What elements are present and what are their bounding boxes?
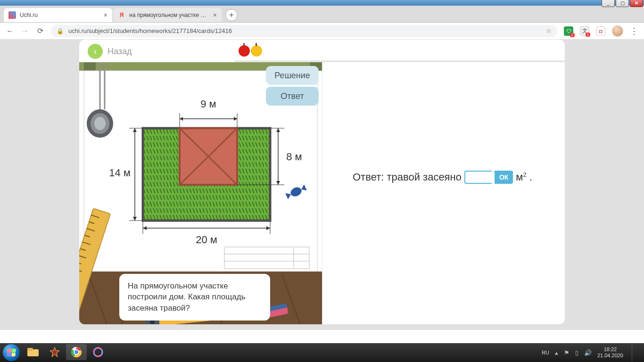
show-desktop-button[interactable] [632,344,636,362]
red-apple-icon [239,45,250,57]
yandex-favicon-icon: Я [118,11,125,19]
tab-solution[interactable]: Решение [266,66,319,85]
ok-button[interactable]: ОК [495,171,513,184]
start-button[interactable] [3,344,20,361]
problem-text: На прямоугольном участке построили дом. … [119,274,270,321]
app-back-label: Назад [107,47,132,57]
svg-text:20 м: 20 м [196,234,217,246]
tab-close-icon[interactable]: × [213,11,217,19]
answer-unit: м2 [516,171,526,183]
tab-answer[interactable]: Ответ [266,87,319,106]
translate-extension-icon[interactable]: 文2 [580,26,589,36]
app-taskbar-icon[interactable] [44,344,65,360]
svg-text:9 м: 9 м [200,98,216,110]
svg-rect-73 [27,348,33,351]
mcafee-extension-icon[interactable]: ◘ [596,26,605,36]
browser-tab-inactive[interactable]: Я на прямоугольном участке постро × [113,8,222,22]
explorer-taskbar-icon[interactable] [23,344,43,360]
reload-icon[interactable]: ⟳ [36,26,44,35]
app-back-button[interactable]: ‹ [88,44,103,59]
panel-divider [322,62,322,324]
svg-point-7 [94,117,106,130]
adguard-extension-icon[interactable]: 🛡2 [564,26,573,36]
taskbar-clock[interactable]: 18:22 21.04.2020 [597,346,623,359]
network-icon[interactable]: ▯ [575,349,578,356]
tab-close-icon[interactable]: × [104,11,107,19]
page-content: ‹ Назад Решение Ответ [0,40,644,330]
lock-icon: 🔒 [57,28,64,34]
star-icon [50,347,60,357]
window-titlebar: _ ▢ ✕ [0,0,644,6]
app2-taskbar-icon[interactable] [88,344,108,360]
maximize-button[interactable]: ▢ [616,0,629,7]
address-bar[interactable]: 🔒 uchi.ru/subject/1/students/homeworks/2… [51,25,557,37]
svg-marker-74 [50,347,59,357]
minimize-button[interactable]: _ [602,0,615,7]
svg-text:8 м: 8 м [286,151,302,163]
tab-title: Uchi.ru [20,12,100,18]
svg-text:14 м: 14 м [109,167,131,179]
panel-tabs: Решение Ответ [266,66,319,106]
chrome-icon [71,346,82,358]
profile-avatar[interactable] [612,25,623,37]
answer-input[interactable] [464,171,492,184]
svg-rect-1 [84,62,96,71]
chrome-taskbar-icon[interactable] [66,344,87,360]
volume-icon[interactable]: 🔊 [584,349,592,356]
answer-suffix: . [529,171,532,183]
back-icon[interactable]: ← [6,27,14,35]
folder-icon [27,347,39,357]
exercise-card: ‹ Назад Решение Ответ [79,40,565,324]
action-center-icon[interactable]: ⚑ [564,349,570,356]
new-tab-button[interactable]: + [225,9,238,21]
card-header: ‹ Назад [79,40,565,63]
close-button[interactable]: ✕ [630,0,643,7]
progress-apples [239,45,262,57]
tab-title: на прямоугольном участке постро [129,12,209,18]
answer-sentence: Ответ: травой засеяно ОК м2. [353,171,532,184]
browser-tab-active[interactable]: Uchi.ru × [4,8,112,22]
browser-tab-strip: Uchi.ru × Я на прямоугольном участке пос… [0,6,644,23]
uchi-favicon-icon [8,11,16,19]
yellow-apple-icon [251,45,262,57]
swirl-icon [92,346,104,358]
taskbar: RU ▴ ⚑ ▯ 🔊 18:22 21.04.2020 [0,343,644,362]
forward-icon[interactable]: → [21,27,29,35]
answer-prefix: Ответ: травой засеяно [353,171,462,183]
tray-up-icon[interactable]: ▴ [555,349,558,356]
url-text: uchi.ru/subject/1/students/homeworks/217… [68,27,541,34]
language-indicator[interactable]: RU [542,350,549,355]
windows-logo-icon [7,349,16,356]
browser-toolbar: ← → ⟳ 🔒 uchi.ru/subject/1/students/homew… [0,23,644,40]
browser-menu-icon[interactable]: ⋮ [630,26,638,36]
bookmark-star-icon[interactable]: ☆ [546,27,552,34]
